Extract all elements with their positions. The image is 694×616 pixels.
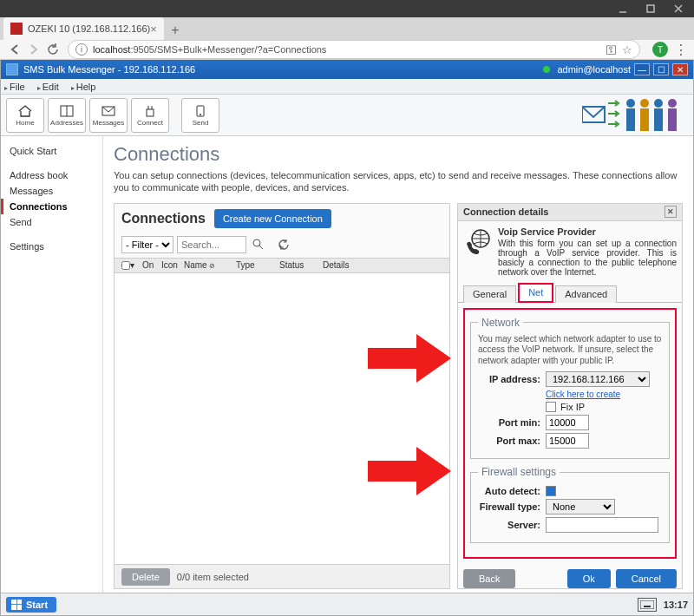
header-illustration	[582, 96, 686, 133]
url-input[interactable]: i localhost :9505/SMS+Bulk+Messenger/?a=…	[68, 40, 640, 59]
search-input[interactable]	[177, 236, 246, 253]
port-min-label: Port min:	[478, 417, 540, 428]
sidebar-item-quick-start[interactable]: Quick Start	[10, 143, 102, 159]
cancel-button[interactable]: Cancel	[616, 569, 677, 588]
svg-rect-18	[654, 108, 663, 131]
back-button[interactable]	[5, 40, 24, 59]
col-on[interactable]: On	[139, 260, 158, 270]
filter-select[interactable]: - Filter -	[121, 236, 174, 253]
ip-select[interactable]: 192.168.112.166	[546, 371, 650, 387]
svg-rect-1	[647, 5, 654, 12]
col-icon[interactable]: Icon	[158, 260, 180, 270]
sidebar-item-send[interactable]: Send	[10, 214, 102, 230]
provider-desc: With this form you can set up a connecti…	[498, 239, 677, 277]
favicon	[10, 23, 23, 35]
os-minimize-button[interactable]	[612, 0, 633, 17]
firewall-type-select[interactable]: None	[546, 499, 615, 514]
svg-rect-16	[640, 108, 649, 131]
app-title: SMS Bulk Messenger - 192.168.112.166	[23, 64, 195, 75]
toolbar-addresses-button[interactable]: Addresses	[48, 98, 86, 133]
col-type[interactable]: Type	[232, 260, 276, 270]
toolbar-connect-label: Connect	[137, 119, 163, 127]
toolbar-connect-button[interactable]: Connect	[131, 98, 169, 133]
sort-handle-icon: ⊘	[209, 262, 215, 270]
ok-button[interactable]: Ok	[567, 569, 611, 588]
tab-general[interactable]: General	[463, 285, 516, 303]
reload-button[interactable]	[43, 40, 62, 59]
os-close-button[interactable]	[668, 0, 689, 17]
os-maximize-button[interactable]	[640, 0, 661, 17]
create-ip-link[interactable]: Click here to create	[546, 390, 662, 399]
svg-line-22	[259, 246, 263, 249]
delete-button[interactable]: Delete	[121, 568, 170, 586]
sidebar: Quick Start Address book Messages Connec…	[1, 136, 103, 593]
browser-tab[interactable]: OZEKI 10 (192.168.112.166) ×	[3, 17, 164, 40]
start-icon	[11, 600, 22, 610]
app-user: admin@localhost	[557, 64, 631, 75]
refresh-icon[interactable]	[276, 237, 291, 252]
start-label: Start	[26, 600, 48, 610]
table-body	[115, 273, 449, 565]
details-tabs: General Net Advanced	[458, 282, 682, 303]
app-titlebar: SMS Bulk Messenger - 192.168.112.166 adm…	[1, 60, 693, 79]
table-header: ▾ On Icon Name ⊘ Type Status Details	[115, 258, 449, 273]
svg-rect-24	[640, 600, 654, 609]
selection-status: 0/0 item selected	[177, 572, 249, 582]
toolbar-send-button[interactable]: Send	[181, 98, 219, 133]
create-connection-button[interactable]: Create new Connection	[214, 209, 331, 228]
url-path: :9505/SMS+Bulk+Messenger/?a=Connections	[130, 44, 326, 55]
col-status[interactable]: Status	[276, 260, 319, 270]
sidebar-item-connections[interactable]: Connections	[1, 199, 102, 214]
profile-avatar[interactable]: T	[652, 42, 668, 57]
bookmark-icon[interactable]: ☆	[622, 43, 632, 56]
col-details[interactable]: Details	[319, 260, 449, 270]
site-info-icon[interactable]: i	[75, 43, 88, 56]
keyboard-icon[interactable]	[638, 598, 657, 612]
svg-rect-7	[147, 109, 154, 116]
tab-close-icon[interactable]: ×	[150, 23, 157, 36]
menu-file[interactable]: File	[4, 82, 25, 92]
browser-menu-icon[interactable]: ⋮	[673, 42, 689, 58]
menu-edit[interactable]: Edit	[37, 82, 59, 92]
back-button-details[interactable]: Back	[463, 569, 515, 588]
tab-advanced[interactable]: Advanced	[555, 285, 617, 303]
port-max-input[interactable]	[546, 433, 589, 449]
browser-tabstrip: OZEKI 10 (192.168.112.166) × +	[0, 17, 694, 40]
toolbar-messages-button[interactable]: Messages	[89, 98, 128, 133]
tab-net[interactable]: Net	[518, 283, 553, 303]
sidebar-item-address-book[interactable]: Address book	[10, 167, 102, 183]
fix-ip-checkbox[interactable]	[546, 402, 556, 412]
sidebar-item-messages[interactable]: Messages	[10, 183, 102, 199]
network-legend: Network	[478, 317, 523, 329]
toolbar-home-button[interactable]: Home	[6, 98, 44, 133]
toolbar-home-label: Home	[16, 119, 34, 127]
connection-details-panel: Connection details ✕ Voip Service Provid…	[457, 203, 683, 590]
forward-button[interactable]	[24, 40, 43, 59]
sort-icon[interactable]: ▾	[127, 260, 139, 270]
col-name[interactable]: Name ⊘	[180, 260, 232, 270]
auto-detect-checkbox[interactable]	[546, 486, 556, 496]
annotation-arrow-1	[368, 334, 455, 383]
svg-rect-14	[626, 108, 635, 131]
new-tab-button[interactable]: +	[164, 21, 187, 40]
search-icon[interactable]	[250, 237, 265, 252]
details-close-button[interactable]: ✕	[665, 206, 677, 218]
os-titlebar	[0, 0, 694, 17]
sidebar-item-settings[interactable]: Settings	[10, 239, 102, 254]
app-minimize-button[interactable]: —	[634, 63, 650, 75]
app-logo-icon	[6, 63, 18, 75]
svg-point-19	[668, 99, 677, 108]
url-host: localhost	[93, 44, 130, 55]
port-min-input[interactable]	[546, 415, 589, 430]
key-icon[interactable]: ⚿	[606, 43, 617, 56]
fix-ip-label: Fix IP	[560, 402, 585, 412]
app-menubar: File Edit Help	[1, 79, 693, 95]
firewall-legend: Firewall settings	[478, 466, 560, 478]
toolbar-send-label: Send	[193, 119, 209, 127]
auto-detect-label: Auto detect:	[478, 486, 540, 496]
menu-help[interactable]: Help	[71, 82, 96, 92]
app-maximize-button[interactable]: ☐	[653, 63, 669, 75]
app-close-button[interactable]: ✕	[672, 63, 688, 75]
server-input[interactable]	[546, 517, 658, 533]
start-button[interactable]: Start	[6, 597, 56, 613]
